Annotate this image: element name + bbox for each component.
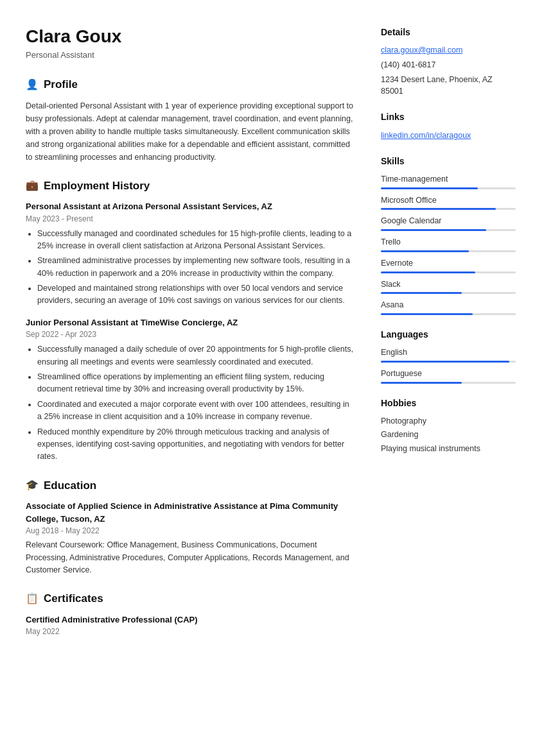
languages-heading: Languages [381, 328, 516, 341]
certificates-heading: 📋 Certificates [26, 590, 355, 607]
employment-section: 💼 Employment History Personal Assistant … [26, 178, 355, 463]
hobbies-heading: Hobbies [381, 397, 516, 410]
skill-name-1: Microsoft Office [381, 194, 516, 207]
skill-bar-fill-0 [381, 187, 478, 189]
job-2-bullets: Successfully managed a daily schedule of… [26, 343, 355, 463]
job-1-bullets: Successfully managed and coordinated sch… [26, 228, 355, 307]
languages-section: Languages English Portuguese [381, 328, 516, 384]
skill-bar-bg-5 [381, 292, 516, 294]
skill-bar-bg-2 [381, 229, 516, 231]
skill-item-0: Time-management [381, 173, 516, 189]
education-icon: 🎓 [26, 477, 39, 493]
hobby-item-2: Playing musical instruments [381, 443, 516, 455]
skills-list: Time-management Microsoft Office Google … [381, 173, 516, 315]
skill-name-6: Asana [381, 299, 516, 311]
edu-1-date: Aug 2018 - May 2022 [26, 525, 355, 537]
employment-heading: 💼 Employment History [26, 178, 355, 194]
skill-bar-fill-3 [381, 250, 469, 252]
skill-name-4: Evernote [381, 257, 516, 270]
employment-icon: 💼 [26, 178, 39, 193]
email-link[interactable]: clara.goux@gmail.com [381, 44, 516, 56]
skill-item-3: Trello [381, 236, 516, 252]
job-1-bullet-3: Developed and maintained strong relation… [37, 282, 355, 307]
languages-list: English Portuguese [381, 347, 516, 384]
candidate-name: Clara Goux [26, 26, 355, 47]
job-2-bullet-1: Successfully managed a daily schedule of… [37, 343, 355, 368]
hobbies-list: PhotographyGardeningPlaying musical inst… [381, 415, 516, 455]
job-1-title: Personal Assistant at Arizona Personal A… [26, 200, 355, 213]
details-heading: Details [381, 26, 516, 39]
right-column: Details clara.goux@gmail.com (140) 401-6… [381, 26, 516, 651]
education-heading: 🎓 Education [26, 477, 355, 494]
skill-bar-bg-0 [381, 187, 516, 189]
hobbies-section: Hobbies PhotographyGardeningPlaying musi… [381, 397, 516, 455]
edu-1-title: Associate of Applied Science in Administ… [26, 500, 355, 525]
skill-item-5: Slack [381, 279, 516, 295]
skill-bar-bg-3 [381, 250, 516, 252]
lang-bar-fill-0 [381, 361, 509, 363]
skill-bar-fill-1 [381, 208, 496, 210]
skill-bar-fill-4 [381, 271, 475, 273]
skill-item-2: Google Calendar [381, 215, 516, 231]
phone-number: (140) 401-6817 [381, 59, 516, 71]
profile-section: 👤 Profile Detail-oriented Personal Assis… [26, 76, 355, 164]
resume-header: Clara Goux Personal Assistant [26, 26, 355, 61]
lang-bar-fill-1 [381, 382, 462, 384]
skill-bar-bg-1 [381, 208, 516, 210]
address: 1234 Desert Lane, Phoenix, AZ 85001 [381, 74, 516, 98]
skill-item-4: Evernote [381, 257, 516, 273]
profile-icon: 👤 [26, 77, 39, 92]
job-1: Personal Assistant at Arizona Personal A… [26, 200, 355, 307]
links-heading: Links [381, 110, 516, 124]
skill-bar-bg-4 [381, 271, 516, 273]
education-section: 🎓 Education Associate of Applied Science… [26, 477, 355, 577]
job-2-bullet-2: Streamlined office operations by impleme… [37, 371, 355, 396]
skill-item-6: Asana [381, 299, 516, 315]
left-column: Clara Goux Personal Assistant 👤 Profile … [26, 26, 355, 651]
skill-name-2: Google Calendar [381, 215, 516, 227]
lang-name-1: Portuguese [381, 368, 516, 380]
details-section: Details clara.goux@gmail.com (140) 401-6… [381, 26, 516, 98]
lang-bar-bg-1 [381, 382, 516, 384]
job-2: Junior Personal Assistant at TimeWise Co… [26, 316, 355, 463]
skill-name-3: Trello [381, 236, 516, 248]
hobby-item-1: Gardening [381, 429, 516, 441]
skills-section: Skills Time-management Microsoft Office … [381, 155, 516, 315]
lang-item-1: Portuguese [381, 368, 516, 384]
cert-entry-1: Certified Administrative Professional (C… [26, 614, 355, 638]
skill-bar-bg-6 [381, 313, 516, 315]
hobby-item-0: Photography [381, 415, 516, 427]
job-1-date: May 2023 - Present [26, 213, 355, 225]
skill-name-5: Slack [381, 279, 516, 291]
job-2-date: Sep 2022 - Apr 2023 [26, 329, 355, 340]
certificates-icon: 📋 [26, 591, 39, 606]
skills-heading: Skills [381, 155, 516, 168]
cert-1-date: May 2022 [26, 626, 355, 637]
certificates-section: 📋 Certificates Certified Administrative … [26, 590, 355, 637]
skill-bar-fill-6 [381, 313, 473, 315]
job-2-bullet-4: Reduced monthly expenditure by 20% throu… [37, 426, 355, 463]
job-1-bullet-1: Successfully managed and coordinated sch… [37, 228, 355, 253]
job-1-bullet-2: Streamlined administrative processes by … [37, 255, 355, 280]
lang-item-0: English [381, 347, 516, 363]
candidate-title: Personal Assistant [26, 49, 355, 62]
profile-heading: 👤 Profile [26, 76, 355, 93]
profile-text: Detail-oriented Personal Assistant with … [26, 99, 355, 164]
cert-1-title: Certified Administrative Professional (C… [26, 614, 355, 626]
edu-entry-1: Associate of Applied Science in Administ… [26, 500, 355, 576]
job-2-title: Junior Personal Assistant at TimeWise Co… [26, 316, 355, 329]
skill-bar-fill-5 [381, 292, 462, 294]
skill-name-0: Time-management [381, 173, 516, 185]
linkedin-link[interactable]: linkedin.com/in/claragoux [381, 131, 471, 140]
job-2-bullet-3: Coordinated and executed a major corpora… [37, 399, 355, 424]
links-section: Links linkedin.com/in/claragoux [381, 110, 516, 142]
skill-bar-fill-2 [381, 229, 486, 231]
lang-bar-bg-0 [381, 361, 516, 363]
edu-1-text: Relevant Coursework: Office Management, … [26, 539, 355, 576]
lang-name-0: English [381, 347, 516, 359]
skill-item-1: Microsoft Office [381, 194, 516, 210]
